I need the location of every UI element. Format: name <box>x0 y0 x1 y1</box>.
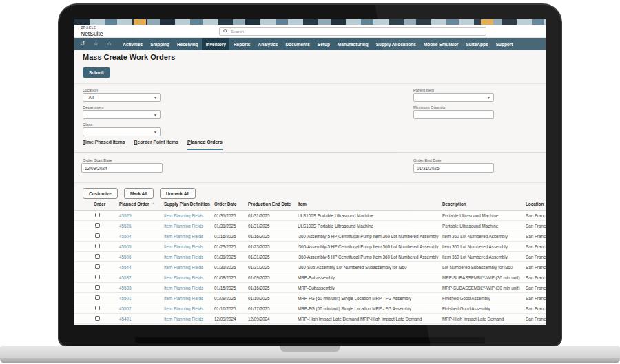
supply-plan-definition-link[interactable]: Item Planning Fields <box>162 317 212 321</box>
location-select[interactable]: - All - ▼ <box>83 93 161 102</box>
nav-item-shipping[interactable]: Shipping <box>147 38 174 50</box>
nav-item-supply-allocations[interactable]: Supply Allocations <box>372 38 420 50</box>
order-end-date-input[interactable] <box>413 163 494 173</box>
planned-order-link[interactable]: 45544 <box>117 265 162 270</box>
planned-order-link[interactable]: 45502 <box>117 306 162 311</box>
location-cell: San Francisco <box>524 296 546 301</box>
chevron-down-icon: ▼ <box>154 96 157 100</box>
planned-order-link[interactable]: 45526 <box>117 224 162 228</box>
tab-planned-orders[interactable]: Planned Orders <box>187 140 223 150</box>
department-select[interactable]: ▼ <box>83 110 161 119</box>
global-search-input[interactable]: Search <box>219 27 486 36</box>
order-date-cell: 01/09/2025 <box>212 296 246 301</box>
supply-plan-definition-link[interactable]: Item Planning Fields <box>162 224 212 228</box>
supply-plan-definition-link[interactable]: Item Planning Fields <box>162 275 212 280</box>
mark-all-button[interactable]: Mark All <box>124 188 154 199</box>
order-date-cell: 01/31/2025 <box>212 265 246 270</box>
oracle-wordmark: ORACLE <box>81 26 103 30</box>
planned-order-link[interactable]: 45504 <box>117 234 162 239</box>
page-title: Mass Create Work Orders <box>83 53 175 61</box>
nav-icons: ↺☆⌂ <box>80 38 111 50</box>
supply-plan-definition-link[interactable]: Item Planning Fields <box>162 265 212 270</box>
row-checkbox[interactable] <box>95 275 100 279</box>
nav-item-analytics[interactable]: Analytics <box>254 38 282 50</box>
main-navigation-bar: ↺☆⌂ ActivitiesShippingReceivingInventory… <box>74 38 546 50</box>
row-checkbox[interactable] <box>95 306 100 310</box>
planned-order-link[interactable]: 45525 <box>117 213 162 218</box>
netsuite-screen: ORACLE NetSuite Search ↺☆⌂ ActivitiesShi… <box>74 19 546 325</box>
row-checkbox[interactable] <box>95 213 100 217</box>
item-cell: MRP-FG (60 min/unit) Single Location MRP… <box>296 296 440 301</box>
order-start-date-input[interactable] <box>81 163 163 173</box>
table-row: 45533Item Planning Fields01/15/202501/16… <box>74 283 546 293</box>
row-checkbox[interactable] <box>95 264 100 269</box>
tab-time-phased-items[interactable]: Time Phased Items <box>83 140 125 150</box>
planned-order-link[interactable]: 45501 <box>117 296 162 301</box>
row-checkbox[interactable] <box>95 285 100 290</box>
supply-plan-definition-link[interactable]: Item Planning Fields <box>162 306 212 311</box>
planned-order-link[interactable]: 45532 <box>117 275 162 280</box>
nav-item-setup[interactable]: Setup <box>313 38 333 50</box>
tab-accesskey-letter: T <box>83 140 85 144</box>
chevron-down-icon: ▼ <box>487 96 490 100</box>
planned-order-link[interactable]: 45505 <box>117 244 162 249</box>
supply-plan-definition-link[interactable]: Item Planning Fields <box>162 244 212 249</box>
nav-item-manufacturing[interactable]: Manufacturing <box>333 38 372 50</box>
nav-item-suiteapps[interactable]: SuiteApps <box>462 38 492 50</box>
column-header-description[interactable]: Description <box>440 199 524 210</box>
row-checkbox[interactable] <box>95 233 100 238</box>
row-checkbox[interactable] <box>95 295 100 300</box>
column-header-location[interactable]: Location <box>524 199 546 210</box>
submit-button[interactable]: Submit <box>83 67 110 78</box>
table-row: 45532Item Planning Fields01/08/202501/09… <box>74 272 546 283</box>
order-checkbox-cell <box>88 285 117 290</box>
nav-item-documents[interactable]: Documents <box>282 38 313 50</box>
order-date-cell: 01/31/2025 <box>212 255 246 259</box>
parent-item-select[interactable]: ▼ <box>413 93 494 102</box>
planned-order-link[interactable]: 45506 <box>117 255 162 259</box>
table-body: 45525Item Planning Fields01/31/202501/31… <box>74 211 546 324</box>
description-cell: Item 360 Lot Numbered Assembly <box>440 255 524 259</box>
planned-order-link[interactable]: 45401 <box>117 317 162 321</box>
customize-button[interactable]: Customize <box>83 188 118 199</box>
location-cell: San Francisco <box>524 234 546 239</box>
shortcuts-star-icon[interactable]: ☆ <box>94 41 99 47</box>
nav-item-reports[interactable]: Reports <box>229 38 254 50</box>
supply-plan-definition-link[interactable]: Item Planning Fields <box>162 286 212 290</box>
production-end-date-cell: 01/16/2025 <box>246 234 296 239</box>
row-checkbox[interactable] <box>95 316 100 321</box>
column-header-item[interactable]: Item <box>296 199 440 210</box>
decorative-banner <box>74 19 546 25</box>
oracle-netsuite-logo[interactable]: ORACLE NetSuite <box>81 26 103 37</box>
column-header-order[interactable]: Order <box>88 199 117 210</box>
column-header-order-date[interactable]: Order Date <box>212 199 246 210</box>
supply-plan-definition-link[interactable]: Item Planning Fields <box>162 255 212 259</box>
nav-item-receiving[interactable]: Receiving <box>173 38 202 50</box>
tab-reorder-point-items[interactable]: Reorder Point Items <box>134 140 178 150</box>
nav-item-support[interactable]: Support <box>492 38 517 50</box>
column-header-planned-order[interactable]: Planned Order^ <box>117 199 162 210</box>
row-checkbox[interactable] <box>95 254 100 259</box>
supply-plan-definition-link[interactable]: Item Planning Fields <box>162 213 212 218</box>
nav-item-mobile-emulator[interactable]: Mobile Emulator <box>420 38 462 50</box>
nav-item-inventory[interactable]: Inventory <box>202 38 229 50</box>
item-cell: MRP-Subassembly <box>296 286 440 290</box>
table-row: 45506Item Planning Fields01/31/202501/31… <box>74 252 546 262</box>
order-date-cell: 01/16/2025 <box>212 234 246 239</box>
supply-plan-definition-link[interactable]: Item Planning Fields <box>162 234 212 239</box>
row-checkbox[interactable] <box>95 223 100 228</box>
top-header-bar: ORACLE NetSuite Search <box>74 25 546 38</box>
laptop-base <box>0 346 620 359</box>
unmark-all-button[interactable]: Unmark All <box>160 188 196 199</box>
row-checkbox[interactable] <box>95 244 100 248</box>
minimum-quantity-input[interactable] <box>413 110 494 119</box>
supply-plan-definition-link[interactable]: Item Planning Fields <box>162 296 212 301</box>
home-icon[interactable]: ⌂ <box>107 41 111 47</box>
planned-order-link[interactable]: 45533 <box>117 286 162 290</box>
column-header-supply-plan-definition[interactable]: Supply Plan Definition <box>162 199 212 210</box>
column-header-production-end-date[interactable]: Production End Date <box>246 199 296 210</box>
recent-records-icon[interactable]: ↺ <box>80 41 85 47</box>
class-select[interactable]: ▼ <box>83 127 161 136</box>
nav-item-activities[interactable]: Activities <box>119 38 147 50</box>
department-label: Department <box>83 105 103 109</box>
